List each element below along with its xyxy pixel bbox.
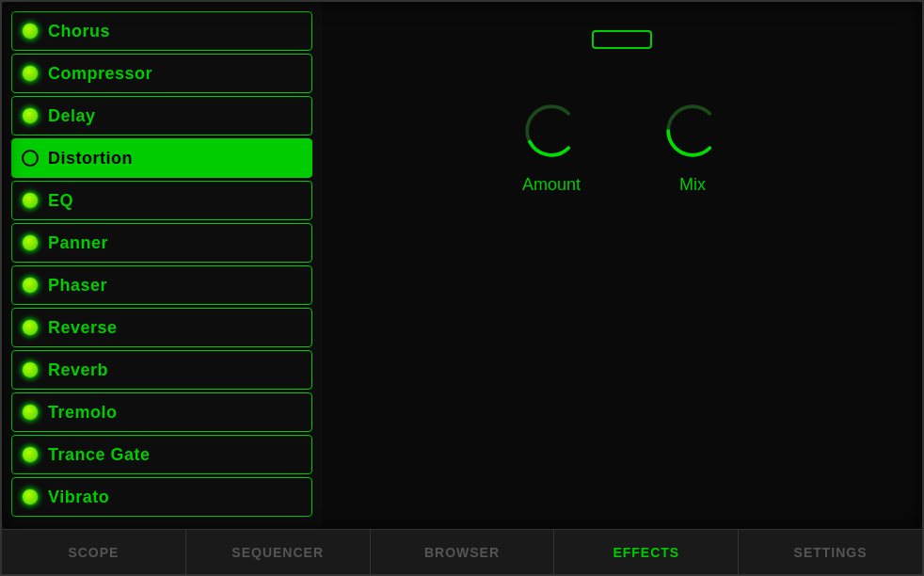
type-button[interactable] bbox=[592, 30, 652, 49]
effect-label-trance-gate: Trance Gate bbox=[48, 445, 151, 465]
effect-item-compressor[interactable]: Compressor bbox=[11, 54, 312, 93]
effect-label-vibrato: Vibrato bbox=[48, 488, 109, 507]
effect-label-delay: Delay bbox=[48, 106, 96, 126]
effect-detail-panel: AmountMix bbox=[322, 2, 922, 529]
effect-label-reverse: Reverse bbox=[48, 318, 118, 338]
effect-item-chorus[interactable]: Chorus bbox=[11, 11, 312, 51]
effect-led-panner bbox=[22, 234, 39, 251]
effect-label-tremolo: Tremolo bbox=[48, 403, 118, 423]
knob-container-mix: Mix bbox=[660, 98, 725, 195]
effect-item-reverse[interactable]: Reverse bbox=[11, 308, 312, 347]
knob-label-amount: Amount bbox=[522, 175, 581, 195]
effect-led-chorus bbox=[22, 23, 39, 40]
app-container: ChorusCompressorDelayDistortionEQPannerP… bbox=[0, 0, 924, 576]
effect-label-reverb: Reverb bbox=[48, 360, 108, 380]
effect-item-distortion[interactable]: Distortion bbox=[11, 138, 312, 178]
effect-item-delay[interactable]: Delay bbox=[11, 96, 312, 136]
effect-label-phaser: Phaser bbox=[48, 276, 107, 296]
knobs-section: AmountMix bbox=[518, 98, 725, 195]
effect-item-trance-gate[interactable]: Trance Gate bbox=[11, 435, 312, 474]
nav-item-effects[interactable]: EFFECTS bbox=[554, 530, 739, 574]
effect-led-reverb bbox=[22, 361, 39, 378]
effect-label-chorus: Chorus bbox=[48, 22, 110, 41]
bottom-nav: SCOPESEQUENCERBROWSEREFFECTSSETTINGS bbox=[2, 529, 922, 574]
nav-item-scope[interactable]: SCOPE bbox=[2, 530, 186, 574]
main-content: ChorusCompressorDelayDistortionEQPannerP… bbox=[2, 2, 922, 529]
effect-item-tremolo[interactable]: Tremolo bbox=[11, 392, 312, 432]
effect-led-delay bbox=[22, 107, 39, 124]
effects-sidebar: ChorusCompressorDelayDistortionEQPannerP… bbox=[2, 2, 322, 529]
nav-item-settings[interactable]: SETTINGS bbox=[739, 530, 922, 574]
effect-label-eq: EQ bbox=[48, 191, 73, 211]
effect-item-phaser[interactable]: Phaser bbox=[11, 265, 312, 305]
effect-led-compressor bbox=[22, 65, 39, 82]
effect-label-panner: Panner bbox=[48, 233, 108, 253]
effect-led-tremolo bbox=[22, 404, 39, 421]
effect-item-reverb[interactable]: Reverb bbox=[11, 350, 312, 390]
effect-led-reverse bbox=[22, 319, 39, 336]
knob-label-mix: Mix bbox=[679, 175, 706, 195]
knob-mix[interactable] bbox=[660, 98, 725, 164]
effect-led-eq bbox=[22, 192, 39, 209]
type-section bbox=[592, 30, 652, 60]
effect-item-panner[interactable]: Panner bbox=[11, 223, 312, 263]
effect-item-eq[interactable]: EQ bbox=[11, 181, 312, 220]
nav-item-browser[interactable]: BROWSER bbox=[371, 530, 555, 574]
effect-led-vibrato bbox=[22, 488, 39, 505]
knob-container-amount: Amount bbox=[518, 98, 584, 195]
effect-led-phaser bbox=[22, 277, 39, 294]
effect-item-vibrato[interactable]: Vibrato bbox=[11, 477, 312, 517]
effect-led-trance-gate bbox=[22, 446, 39, 463]
effect-label-compressor: Compressor bbox=[48, 64, 152, 84]
effect-label-distortion: Distortion bbox=[48, 149, 133, 168]
nav-item-sequencer[interactable]: SEQUENCER bbox=[186, 530, 371, 574]
knob-amount[interactable] bbox=[518, 98, 584, 164]
effect-led-distortion bbox=[22, 150, 39, 167]
